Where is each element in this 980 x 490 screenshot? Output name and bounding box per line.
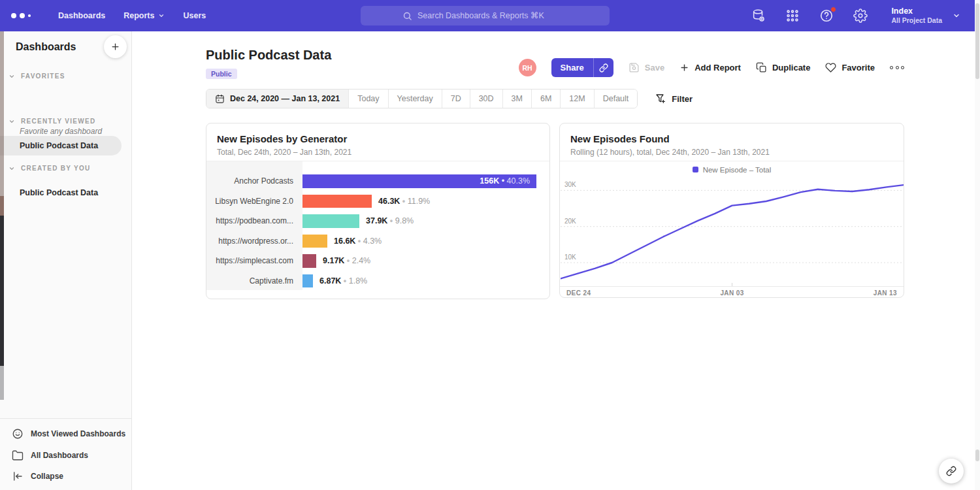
date-preset-yesterday[interactable]: Yesterday — [389, 90, 442, 108]
app-logo[interactable] — [11, 13, 40, 18]
apps-grid-icon[interactable] — [785, 8, 800, 23]
scrollbar-nub — [975, 449, 979, 461]
copy-link-button[interactable] — [593, 58, 613, 77]
sidebar-item-label: Public Podcast Data — [20, 188, 98, 197]
date-preset-today[interactable]: Today — [349, 90, 388, 108]
bar-label: Anchor Podcasts — [206, 171, 302, 191]
bar-label: https://podbean.com... — [206, 211, 302, 231]
card-subtitle: Rolling (12 hours), total, Dec 24th, 202… — [570, 148, 893, 157]
card-title: New Episodes Found — [570, 133, 893, 144]
bar-label: https://wordpress.or... — [206, 231, 302, 252]
chart-legend: New Episode – Total — [560, 161, 904, 178]
svg-text:30K: 30K — [564, 181, 576, 188]
save-label: Save — [645, 63, 664, 73]
more-actions-button[interactable] — [890, 63, 904, 72]
bar[interactable] — [302, 254, 316, 268]
filter-icon — [655, 93, 666, 104]
duplicate-label: Duplicate — [772, 63, 811, 73]
add-report-button[interactable]: Add Report — [679, 63, 741, 73]
settings-icon[interactable] — [853, 8, 868, 23]
calendar-icon — [215, 94, 225, 104]
section-recently-viewed[interactable]: RECENTLY VIEWED — [0, 118, 96, 125]
nav-item-users[interactable]: Users — [183, 11, 206, 20]
chevron-down-icon — [8, 73, 15, 80]
bar[interactable] — [302, 235, 327, 248]
visibility-badge: Public — [206, 69, 237, 79]
new-dashboard-button[interactable] — [104, 35, 127, 58]
date-range-button[interactable]: Dec 24, 2020 — Jan 13, 2021 — [206, 90, 349, 108]
section-created-by-you[interactable]: CREATED BY YOU — [0, 165, 91, 172]
date-range-control: Dec 24, 2020 — Jan 13, 2021 TodayYesterd… — [206, 89, 638, 108]
notification-badge — [830, 7, 836, 12]
bar-row: https://wordpress.or...16.6K • 4.3% — [206, 231, 549, 252]
date-preset-6m[interactable]: 6M — [532, 90, 561, 108]
save-icon — [629, 62, 640, 73]
date-controls: Dec 24, 2020 — Jan 13, 2021 TodayYesterd… — [206, 89, 693, 108]
save-button[interactable]: Save — [629, 62, 664, 73]
sidebar: Dashboards FAVORITES Favorite any dashbo… — [0, 31, 132, 490]
nav-item-dashboards[interactable]: Dashboards — [58, 11, 105, 20]
favorite-button[interactable]: Favorite — [825, 62, 875, 73]
chevron-down-icon — [953, 12, 960, 20]
favorites-empty-hint: Favorite any dashboard — [20, 127, 102, 136]
avatar[interactable]: RH — [519, 59, 536, 76]
footer-item-label: Collapse — [31, 472, 63, 481]
x-axis-tick: JAN 03 — [720, 289, 743, 297]
bar-row: Anchor Podcasts156K • 40.3% — [206, 171, 549, 191]
help-icon[interactable] — [819, 8, 834, 23]
bar[interactable] — [302, 274, 313, 288]
bar[interactable] — [302, 195, 372, 208]
svg-text:10K: 10K — [564, 253, 576, 261]
bar-row: https://podbean.com...37.9K • 9.8% — [206, 211, 549, 231]
section-favorites[interactable]: FAVORITES — [0, 73, 65, 80]
link-icon — [946, 466, 956, 476]
svg-text:20K: 20K — [564, 218, 576, 225]
chevron-down-icon — [8, 165, 15, 172]
line-chart: 10K20K30K — [561, 178, 904, 286]
filter-label: Filter — [672, 94, 693, 104]
duplicate-button[interactable]: Duplicate — [756, 62, 811, 73]
bar-value: 37.9K • 9.8% — [366, 211, 414, 231]
legend-label: New Episode – Total — [703, 166, 772, 174]
collapse-sidebar-button[interactable]: Collapse — [12, 470, 63, 482]
card-title: New Episodes by Generator — [217, 133, 539, 144]
section-label: FAVORITES — [21, 73, 65, 80]
date-preset-3m[interactable]: 3M — [503, 90, 532, 108]
date-preset-12m[interactable]: 12M — [561, 90, 594, 108]
copy-icon — [756, 62, 767, 73]
filter-button[interactable]: Filter — [655, 93, 693, 104]
sidebar-item-label: Public Podcast Data — [20, 141, 98, 150]
footer-item-label: All Dashboards — [31, 451, 88, 460]
workspace-switcher[interactable]: Index All Project Data — [891, 7, 960, 25]
global-search[interactable] — [361, 6, 610, 25]
scrollbar-thumb[interactable] — [975, 3, 979, 79]
share-button[interactable]: Share — [551, 58, 613, 77]
chevron-down-icon — [158, 12, 165, 19]
chevron-down-icon — [8, 118, 15, 125]
footer-item-label: Most Viewed Dashboards — [31, 429, 125, 438]
sidebar-item-recent-dashboard[interactable]: Public Podcast Data — [0, 136, 122, 155]
sidebar-title: Dashboards — [16, 41, 76, 53]
bar[interactable]: 156K • 40.3% — [302, 174, 536, 188]
bar-row: Captivate.fm6.87K • 1.8% — [206, 271, 549, 291]
all-dashboards-link[interactable]: All Dashboards — [12, 449, 88, 461]
date-preset-default[interactable]: Default — [595, 90, 638, 108]
search-input[interactable] — [417, 11, 568, 20]
date-preset-7d[interactable]: 7D — [442, 90, 470, 108]
sidebar-item-created-dashboard[interactable]: Public Podcast Data — [0, 183, 122, 203]
workspace-scope: All Project Data — [891, 16, 942, 25]
bar[interactable] — [302, 214, 359, 228]
date-preset-30d[interactable]: 30D — [470, 90, 503, 108]
floating-link-button[interactable] — [939, 459, 964, 483]
x-axis-tick: DEC 24 — [566, 289, 591, 297]
nav-item-reports[interactable]: Reports — [123, 11, 165, 20]
data-sources-icon[interactable] — [751, 8, 766, 23]
plus-icon — [110, 42, 120, 52]
scrollbar[interactable] — [975, 0, 980, 490]
bar-value: 156K • 40.3% — [480, 174, 530, 188]
favorite-label: Favorite — [841, 63, 875, 73]
bar-value: 9.17K • 2.4% — [323, 251, 370, 271]
bar-label: Libsyn WebEngine 2.0 — [206, 191, 302, 212]
most-viewed-dashboards-link[interactable]: Most Viewed Dashboards — [12, 428, 125, 440]
section-label: RECENTLY VIEWED — [21, 118, 96, 125]
